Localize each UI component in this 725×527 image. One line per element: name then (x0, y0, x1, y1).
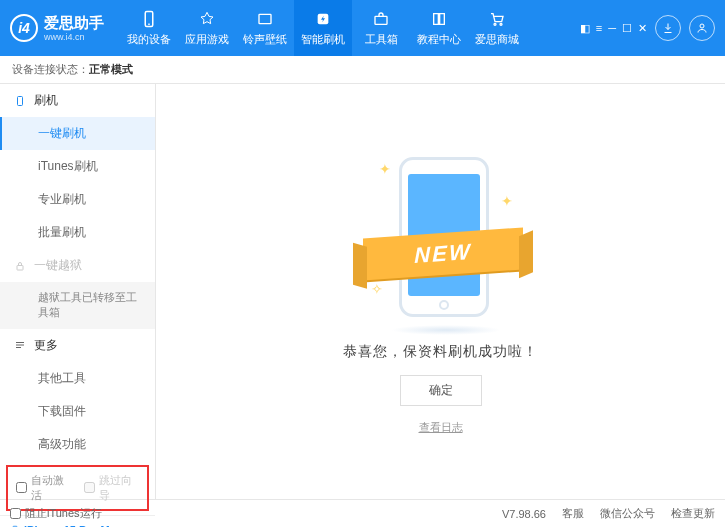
sidebar-item-othertools[interactable]: 其他工具 (0, 362, 155, 395)
status-label: 设备连接状态： (12, 62, 89, 77)
skip-guide-checkbox[interactable]: 跳过向导 (84, 473, 140, 503)
footer-link-update[interactable]: 检查更新 (671, 506, 715, 521)
block-itunes-checkbox[interactable]: 阻止iTunes运行 (10, 506, 102, 521)
close-icon[interactable]: ✕ (638, 22, 647, 35)
flash-icon (313, 9, 333, 29)
version-text: V7.98.66 (502, 508, 546, 520)
new-ribbon: NEW (363, 227, 523, 280)
cart-icon (487, 9, 507, 29)
nav-ringtone[interactable]: 铃声壁纸 (236, 0, 294, 56)
top-nav: 我的设备 应用游戏 铃声壁纸 智能刷机 工具箱 教程中心 爱思商城 (120, 0, 580, 56)
toolbox-icon (371, 9, 391, 29)
sidebar-item-download[interactable]: 下载固件 (0, 395, 155, 428)
nav-apps[interactable]: 应用游戏 (178, 0, 236, 56)
nav-store[interactable]: 爱思商城 (468, 0, 526, 56)
nav-flash[interactable]: 智能刷机 (294, 0, 352, 56)
sidebar-item-batch[interactable]: 批量刷机 (0, 216, 155, 249)
svg-rect-4 (375, 16, 387, 24)
phone-icon (139, 9, 159, 29)
footer-link-wechat[interactable]: 微信公众号 (600, 506, 655, 521)
sidebar-jailbreak-header: 一键越狱 (0, 249, 155, 282)
phone-small-icon (14, 95, 26, 107)
list-icon (14, 339, 26, 351)
download-button[interactable] (655, 15, 681, 41)
status-bar: 设备连接状态： 正常模式 (0, 56, 725, 84)
lock-icon (14, 260, 26, 272)
auto-activate-checkbox[interactable]: 自动激活 (16, 473, 72, 503)
footer-link-support[interactable]: 客服 (562, 506, 584, 521)
svg-point-5 (494, 23, 496, 25)
apps-icon (197, 9, 217, 29)
sidebar-flash-header[interactable]: 刷机 (0, 84, 155, 117)
sidebar-item-itunes[interactable]: iTunes刷机 (0, 150, 155, 183)
sidebar-more-header[interactable]: 更多 (0, 329, 155, 362)
svg-point-6 (500, 23, 502, 25)
nav-toolbox[interactable]: 工具箱 (352, 0, 410, 56)
main-content: ✦ ✦ ✧ NEW 恭喜您，保资料刷机成功啦！ 确定 查看日志 (156, 84, 725, 499)
app-logo: i4 爱思助手 www.i4.cn (10, 14, 104, 43)
nav-mydevice[interactable]: 我的设备 (120, 0, 178, 56)
ok-button[interactable]: 确定 (400, 375, 482, 406)
success-illustration: ✦ ✦ ✧ NEW (351, 149, 531, 329)
user-button[interactable] (689, 15, 715, 41)
sidebar: 刷机 一键刷机 iTunes刷机 专业刷机 批量刷机 一键越狱 越狱工具已转移至… (0, 84, 156, 499)
sidebar-item-advanced[interactable]: 高级功能 (0, 428, 155, 461)
app-title: 爱思助手 (44, 14, 104, 32)
book-icon (429, 9, 449, 29)
maximize-icon[interactable]: ☐ (622, 22, 632, 35)
image-icon (255, 9, 275, 29)
sidebar-options-box: 自动激活 跳过向导 (6, 465, 149, 511)
svg-rect-9 (17, 265, 23, 270)
success-message: 恭喜您，保资料刷机成功啦！ (343, 343, 538, 361)
app-url: www.i4.cn (44, 32, 104, 43)
logo-icon: i4 (10, 14, 38, 42)
status-value: 正常模式 (89, 62, 133, 77)
svg-rect-8 (18, 96, 23, 105)
view-log-link[interactable]: 查看日志 (419, 420, 463, 435)
sidebar-jailbreak-note: 越狱工具已转移至工具箱 (0, 282, 155, 329)
sidebar-item-pro[interactable]: 专业刷机 (0, 183, 155, 216)
svg-rect-2 (259, 14, 271, 23)
title-bar: i4 爱思助手 www.i4.cn 我的设备 应用游戏 铃声壁纸 智能刷机 工具… (0, 0, 725, 56)
svg-point-7 (700, 24, 704, 28)
skin-icon[interactable]: ◧ (580, 22, 590, 35)
minimize-icon[interactable]: ─ (608, 22, 616, 34)
nav-tutorials[interactable]: 教程中心 (410, 0, 468, 56)
sidebar-item-oneclick[interactable]: 一键刷机 (0, 117, 155, 150)
menu-icon[interactable]: ≡ (596, 22, 602, 34)
